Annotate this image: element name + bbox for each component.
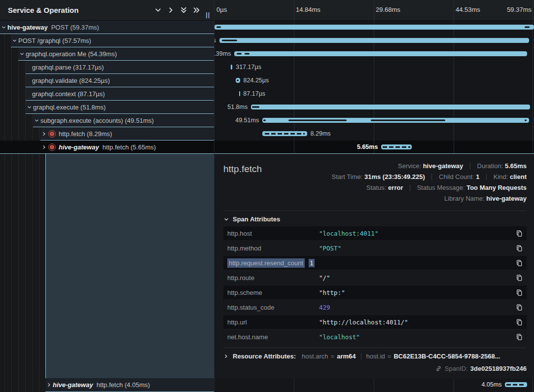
attr-value: "http://localhost:4011/" — [319, 319, 513, 326]
attribute-row[interactable]: http.method "POST" — [223, 241, 527, 255]
attr-value: "localhost:4011" — [319, 230, 513, 237]
span-bar[interactable] — [231, 65, 232, 70]
attribute-row[interactable]: http.host "localhost:4011" — [223, 226, 527, 240]
span-bar[interactable] — [381, 144, 412, 149]
collapse-all-icon[interactable] — [177, 4, 190, 17]
span-label: http.fetch (4.05ms) — [97, 381, 150, 389]
chevron-right-icon[interactable] — [41, 131, 47, 137]
error-icon: ! — [48, 130, 56, 138]
attr-value: 429 — [319, 304, 513, 311]
duration-label: 8.29ms — [307, 127, 331, 140]
span-bar[interactable] — [251, 105, 530, 109]
chevron-right-icon — [223, 354, 229, 359]
resource-key: host.id — [366, 353, 385, 360]
tree-row[interactable]: subgraph.execute (accounts) (49.51ms) — [0, 114, 214, 127]
tree-row[interactable]: graphql.execute (51.8ms) — [0, 101, 214, 114]
chevron-right-icon[interactable] — [46, 382, 52, 388]
attribute-row-selected[interactable]: http.request.resend_count 1 — [223, 256, 527, 270]
expand-one-icon[interactable] — [164, 4, 177, 17]
chevron-down-icon[interactable] — [0, 25, 7, 30]
axis-tick: 14.84ms — [296, 6, 320, 13]
span-bar[interactable] — [505, 382, 527, 387]
span-bar[interactable] — [239, 91, 240, 96]
span-detail-panel: http.fetch Service: hive-gateway Duratio… — [214, 154, 534, 378]
copy-icon[interactable] — [513, 318, 523, 326]
attr-value: "POST" — [319, 245, 513, 252]
timeline-row: 54.39ms — [214, 47, 534, 61]
duration-label: 87.17µs — [240, 87, 265, 100]
resource-value: BC62E13B-C4CC-5854-9788-2568... — [393, 353, 500, 360]
attribute-row[interactable]: net.host.name "localhost" — [223, 330, 527, 344]
meta-value: hive-gateway — [486, 195, 527, 202]
tree-row[interactable]: graphql.operation Me (54.39ms) — [0, 47, 214, 61]
resource-attributes-row[interactable]: Resource Attributes: host.arch = arm64 h… — [223, 348, 527, 360]
span-service: hive-gateway — [59, 143, 99, 151]
expanded-span-region — [45, 154, 214, 378]
axis-tick: 0µs — [216, 6, 227, 13]
tree-row[interactable]: hive-gateway http.fetch (4.05ms) — [0, 378, 214, 392]
span-service: hive-gateway — [53, 381, 93, 389]
tree-row[interactable]: graphql.parse (317.17µs) — [0, 61, 214, 74]
chevron-down-icon[interactable] — [19, 51, 25, 57]
span-label: POST /graphql (57.57ms) — [18, 37, 91, 44]
copy-icon[interactable] — [513, 273, 523, 282]
timeline-row: 8.29ms — [214, 127, 534, 141]
tree-row-selected[interactable]: ! hive-gateway http.fetch (5.65ms) — [0, 141, 214, 154]
span-bar[interactable] — [262, 131, 307, 136]
span-label: http.fetch (5.65ms) — [103, 143, 156, 151]
copy-icon[interactable] — [513, 332, 523, 341]
attribute-row[interactable]: http.route "/" — [223, 271, 527, 285]
attr-key: http.route — [227, 274, 319, 282]
collapse-one-icon[interactable] — [151, 4, 164, 17]
axis-tick: 59.37ms — [507, 6, 532, 13]
expand-all-icon[interactable] — [190, 4, 203, 17]
copy-icon[interactable] — [513, 258, 523, 267]
meta-label: Status: — [366, 184, 386, 191]
span-attributes-header[interactable]: Span Attributes — [223, 211, 527, 226]
span-label: subgraph.execute (accounts) (49.51ms) — [40, 117, 154, 124]
duration-label: 5.65ms — [357, 141, 381, 153]
span-id-label: SpanID: — [445, 365, 468, 372]
chevron-down-icon — [223, 216, 229, 222]
chevron-down-icon[interactable] — [26, 105, 33, 110]
meta-label: Status Message: — [417, 184, 465, 191]
span-label: graphql.execute (51.8ms) — [33, 104, 106, 111]
duration-label: 4.05ms — [481, 378, 505, 391]
span-bar[interactable] — [219, 38, 529, 43]
meta-value: 5.65ms — [505, 162, 527, 170]
duration-label: 51.8ms — [227, 101, 251, 113]
span-bar[interactable] — [262, 118, 529, 123]
chevron-down-icon[interactable] — [34, 118, 40, 123]
span-bar[interactable] — [234, 51, 527, 56]
chevron-down-icon[interactable] — [11, 38, 18, 43]
span-label: http.fetch (8.29ms) — [59, 130, 112, 138]
copy-icon[interactable] — [513, 303, 523, 312]
timeline-row: 51.8ms — [214, 101, 534, 114]
tree-row[interactable]: POST /graphql (57.57ms) — [0, 34, 214, 47]
attr-key: http.scheme — [227, 289, 319, 296]
chevron-right-icon[interactable] — [41, 144, 47, 150]
tree-header: Service & Operation || — [0, 0, 214, 21]
meta-label: Kind: — [494, 173, 508, 180]
tree-row-root[interactable]: hive-gateway POST (59.37ms) — [0, 21, 214, 34]
attribute-row[interactable]: http.url "http://localhost:4011/" — [223, 315, 527, 329]
span-bar[interactable] — [236, 78, 240, 83]
tree-row[interactable]: graphql.validate (824.25µs) — [0, 74, 214, 87]
panel-resize-handle[interactable]: || — [203, 11, 211, 20]
attr-value: "http:" — [319, 289, 513, 296]
span-bar[interactable] — [214, 25, 534, 30]
span-label: POST (59.37ms) — [51, 24, 99, 31]
span-label: graphql.parse (317.17µs) — [32, 64, 104, 71]
attribute-row[interactable]: http.scheme "http:" — [223, 285, 527, 299]
duration-label: 57.57ms — [214, 34, 219, 47]
copy-icon[interactable] — [513, 244, 523, 252]
span-label: graphql.validate (824.25µs) — [32, 77, 110, 84]
timeline-axis: 0µs 14.84ms 29.68ms 44.53ms 59.37ms — [214, 0, 534, 21]
attribute-row[interactable]: http.status_code 429 — [223, 300, 527, 314]
copy-icon[interactable] — [513, 229, 523, 238]
tree-row[interactable]: graphql.context (87.17µs) — [0, 87, 214, 101]
trace-viewer: Service & Operation || hive-gateway POST… — [0, 0, 534, 392]
meta-label: Duration: — [477, 162, 503, 170]
tree-row[interactable]: ! http.fetch (8.29ms) — [0, 127, 214, 141]
copy-icon[interactable] — [513, 288, 523, 297]
